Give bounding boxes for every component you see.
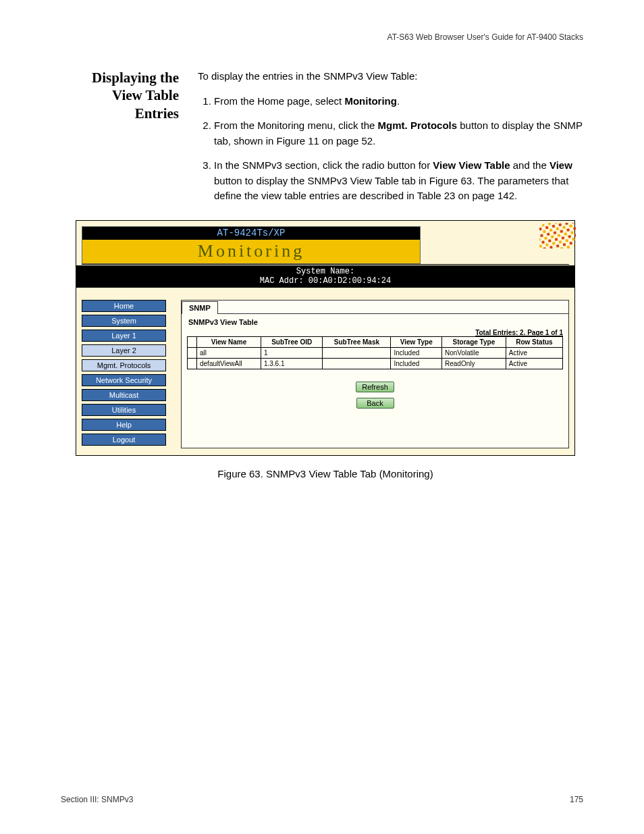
mac-address: MAC Addr: 00:A0:D2:00:94:24	[260, 276, 391, 286]
section-heading-l1: Displaying the	[92, 70, 179, 86]
col-subtree-mask: SubTree Mask	[323, 337, 391, 348]
cell-storage-type: ReadOnly	[441, 359, 506, 369]
nav-layer1[interactable]: Layer 1	[82, 330, 166, 342]
col-row-status: Row Status	[506, 337, 562, 348]
refresh-button[interactable]: Refresh	[356, 382, 394, 392]
cell-subtree-mask	[323, 359, 391, 369]
footer-section: Section III: SNMPv3	[61, 795, 133, 804]
system-info-bar: System Name: MAC Addr: 00:A0:D2:00:94:24	[76, 265, 574, 288]
nav-network-security[interactable]: Network Security	[82, 374, 166, 386]
nav-logout[interactable]: Logout	[82, 434, 166, 446]
nav-layer2[interactable]: Layer 2	[82, 344, 166, 357]
nav-help[interactable]: Help	[82, 419, 166, 431]
nav-system[interactable]: System	[82, 315, 166, 327]
figure-caption: Figure 63. SNMPv3 View Table Tab (Monito…	[76, 468, 575, 479]
body-text: To display the entries in the SNMPv3 Vie…	[198, 69, 583, 213]
cell-storage-type: NonVolatile	[441, 348, 506, 359]
col-select	[188, 337, 197, 348]
panel-title: SNMPv3 View Table	[188, 318, 563, 326]
nav-multicast[interactable]: Multicast	[82, 389, 166, 401]
step-3: In the SNMPv3 section, click the radio b…	[214, 158, 583, 204]
col-storage-type: Storage Type	[441, 337, 506, 348]
tab-snmp[interactable]: SNMP	[182, 301, 218, 314]
row-select[interactable]	[188, 359, 197, 369]
cell-view-name: all	[197, 348, 261, 359]
section-heading-l3: Entries	[135, 105, 179, 122]
col-subtree-oid: SubTree OID	[261, 337, 322, 348]
col-view-name: View Name	[197, 337, 261, 348]
table-row[interactable]: all 1 Included NonVolatile Active	[188, 348, 563, 359]
page-number: 175	[570, 795, 583, 804]
brand-logo-icon	[539, 223, 576, 249]
device-model: AT-9424Ts/XP	[82, 227, 420, 240]
cell-view-name: defaultViewAll	[197, 359, 261, 369]
section-heading: Displaying the View Table Entries	[61, 69, 179, 213]
cell-subtree-oid: 1	[261, 348, 322, 359]
nav-home[interactable]: Home	[82, 300, 166, 312]
content-panel: SNMP SNMPv3 View Table Total Entries: 2.…	[181, 300, 569, 448]
cell-view-type: Included	[391, 348, 442, 359]
section-heading-l2: View Table	[112, 87, 179, 103]
col-view-type: View Type	[391, 337, 442, 348]
system-name-label: System Name:	[296, 267, 354, 276]
screenshot-figure: AT-9424Ts/XP Monitoring System Name: MAC…	[76, 220, 575, 457]
nav-mgmt-protocols[interactable]: Mgmt. Protocols	[82, 359, 166, 371]
nav-utilities[interactable]: Utilities	[82, 404, 166, 416]
step-2: From the Monitoring menu, click the Mgmt…	[214, 118, 583, 149]
running-header: AT-S63 Web Browser User's Guide for AT-9…	[61, 32, 583, 42]
back-button[interactable]: Back	[356, 398, 394, 409]
cell-row-status: Active	[506, 348, 562, 359]
page-title: Monitoring	[82, 240, 420, 263]
cell-subtree-mask	[323, 348, 391, 359]
sidebar-nav: Home System Layer 1 Layer 2 Mgmt. Protoc…	[82, 300, 166, 448]
cell-view-type: Included	[391, 359, 442, 369]
cell-subtree-oid: 1.3.6.1	[261, 359, 322, 369]
view-table: View Name SubTree OID SubTree Mask View …	[187, 336, 563, 369]
cell-row-status: Active	[506, 359, 562, 369]
table-row[interactable]: defaultViewAll 1.3.6.1 Included ReadOnly…	[188, 359, 563, 369]
row-select[interactable]	[188, 348, 197, 359]
intro-paragraph: To display the entries in the SNMPv3 Vie…	[198, 69, 583, 84]
step-1: From the Home page, select Monitoring.	[214, 94, 583, 109]
entries-summary: Total Entries: 2. Page 1 of 1	[187, 329, 563, 336]
